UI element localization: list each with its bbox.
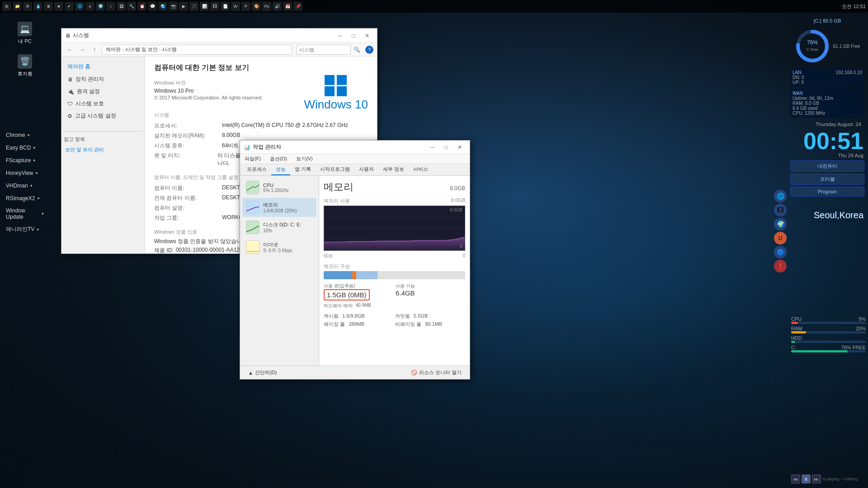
app4-icon[interactable]: e [85,2,94,11]
tab-performance[interactable]: 성능 [271,164,290,175]
app5-icon[interactable]: 🌍 [96,2,105,11]
app22-icon[interactable]: 🔊 [273,2,282,11]
cpu-item-name: CPU [263,183,289,188]
next-button[interactable]: ⏭ [812,474,821,483]
menu-honeyview[interactable]: HoneyView • [2,167,47,179]
composition-label: 메모리 구성 [324,263,465,270]
monitor-icon[interactable]: 🖥 [44,2,53,11]
blue-taskbar-icon[interactable]: 🔵 [774,246,787,258]
tab-details[interactable]: 세부 정보 [378,164,409,175]
app18-icon[interactable]: W [231,2,240,11]
menu-rsimagex2[interactable]: RSImageX2 • [2,192,47,205]
app19-icon[interactable]: P [241,2,250,11]
chrome-taskbar-icon[interactable]: 🌐 [774,190,787,202]
menu-animetv[interactable]: 애니라인TV • [2,223,47,236]
nonpaged-stat: 비페이징 풀 90.1MB [395,321,465,328]
app3-icon[interactable]: 🌐 [75,2,84,11]
app17-icon[interactable]: 📄 [221,2,230,11]
app9-icon[interactable]: ⏰ [137,2,146,11]
taskman-disk-item[interactable]: 디스크 0(D: C: E: 10% [242,218,316,237]
app10-icon[interactable]: 💬 [148,2,157,11]
folder-icon[interactable]: 📁 [13,2,22,11]
menu-chrome[interactable]: Chrome • [2,129,47,141]
settings-icon[interactable]: ⚙ [23,2,32,11]
app24-icon[interactable]: 📌 [293,2,302,11]
play-pause-button[interactable]: ⏸ [802,474,811,483]
menu-windowupdate[interactable]: Window Update • [2,205,47,223]
graph-zero-label: 0 [462,253,465,259]
app12-icon[interactable]: 📷 [169,2,178,11]
tab-app-history[interactable]: 앱 기록 [290,164,316,175]
app23-icon[interactable]: 📅 [283,2,292,11]
player-status: is playing -- nothing [822,477,858,481]
tab-users[interactable]: 사용자 [354,164,378,175]
app11-icon[interactable]: 🌏 [158,2,167,11]
menu-fscapture[interactable]: FScapture • [2,154,47,167]
minimize-btn[interactable]: ─ [334,29,346,42]
cpu-item-icon [246,181,259,194]
tab-startup[interactable]: 시작프로그램 [316,164,354,175]
app14-icon[interactable]: 🎵 [189,2,198,11]
portable-btn[interactable]: 포터블 [790,174,864,185]
program-btn[interactable]: Program [790,187,864,197]
app16-icon[interactable]: 🎞 [210,2,219,11]
app6-icon[interactable]: ♪ [106,2,115,11]
globe2-taskbar-icon[interactable]: 🌍 [774,218,787,230]
app7-icon[interactable]: 🖼 [117,2,126,11]
menu-easybcd[interactable]: Easy BCD • [2,141,47,154]
taskman-memory-item[interactable]: 메모리 1.6/8.0GB (20%) [242,198,316,217]
ram-info: RAM: 8.0 GB [793,101,862,106]
system-protection-icon: 🛡 [67,101,73,107]
app21-icon[interactable]: Ps [262,2,271,11]
menu-vhdman[interactable]: VHDman • [2,179,47,192]
app15-icon[interactable]: 📊 [200,2,209,11]
taskman-ethernet-item[interactable]: 이더넷 S: 0 R: 0 Kbps [242,238,316,257]
app20-icon[interactable]: 🎨 [252,2,261,11]
film-taskbar-icon[interactable]: 🎞 [774,204,787,216]
app1-icon[interactable]: ★ [54,2,63,11]
my-pc-icon[interactable]: 💻 내 PC [2,18,47,48]
app13-icon[interactable]: ▶ [179,2,188,11]
my-pc-label: 내 PC [18,38,31,45]
security-maintenance[interactable]: 보안 및 유지 관리 [64,145,142,155]
advanced-system[interactable]: ⚙ 고급 시스템 설정 [64,110,142,122]
app8-icon[interactable]: 🔧 [127,2,136,11]
taskman-maximize[interactable]: □ [440,141,453,154]
system-protection[interactable]: 🛡 시스템 보호 [64,98,142,110]
droplet-icon[interactable]: 💧 [33,2,42,11]
taskman-close[interactable]: ✕ [453,141,466,154]
search-input[interactable] [297,45,351,55]
orange-taskbar-icon[interactable]: U [774,232,787,244]
taskman-view-menu[interactable]: 보기(V) [294,155,315,163]
tab-processes[interactable]: 프로세스 [242,164,271,175]
nav-up[interactable]: ↑ [90,45,99,55]
my-computer-btn[interactable]: 내컴퓨터 [790,160,864,172]
start-button[interactable]: ⊞ [2,2,11,11]
taskman-menubar: 파일(F) 옵션(O) 보기(V) [240,154,470,164]
trash-icon[interactable]: 🗑️ 휴지통 [2,51,47,81]
taskman-cpu-item[interactable]: CPU 5% 1.20GHz [242,178,316,197]
resource-monitor-btn[interactable]: 🚫 리소스 모니터 열기 [407,368,465,377]
network-dn: DN: 0 [793,75,862,80]
memory-graph: 8.0GB 0 [324,206,465,251]
device-manager[interactable]: 🖥 장치 관리자 [64,73,142,85]
remote-settings[interactable]: 🔌 원격 설정 [64,85,142,98]
computer-name-label: 컴퓨터 이름: [154,184,222,192]
nav-forward[interactable]: → [77,45,87,55]
taskman-file-menu[interactable]: 파일(F) [242,155,263,163]
close-btn[interactable]: ✕ [361,29,373,42]
control-panel-home[interactable]: 제어판 홈 [64,61,142,72]
prev-button[interactable]: ⏮ [791,474,800,483]
app2-icon[interactable]: ✔ [65,2,74,11]
resource-total: 8.0GB [450,185,465,192]
help-btn[interactable]: ? [365,46,373,54]
uptime: Uptime: 0d, 0h, 12m [793,96,862,101]
tab-services[interactable]: 서비스 [409,164,433,175]
search-btn[interactable]: 🔍 [352,45,362,55]
taskman-options-menu[interactable]: 옵션(O) [268,155,289,163]
taskman-minimize[interactable]: ─ [426,141,439,154]
collapse-btn[interactable]: ▲ 간단히(D) [245,368,280,377]
maximize-btn[interactable]: □ [347,29,360,42]
red-taskbar-icon[interactable]: ❗ [774,260,787,272]
nav-back[interactable]: ← [65,45,75,55]
